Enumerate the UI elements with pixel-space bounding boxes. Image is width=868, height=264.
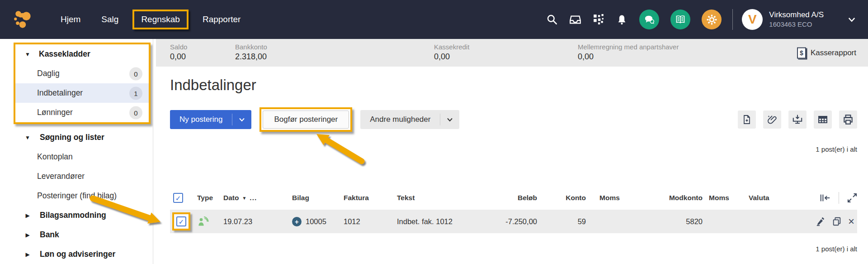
plus-glyph: + [295, 218, 299, 225]
kasserapport-button[interactable]: $ Kasserapport [797, 47, 856, 58]
column-header-belob[interactable]: Beløb [495, 189, 537, 206]
table-row[interactable]: ✓ 19.07.23 + 10005 [170, 210, 857, 233]
column-header-bilag[interactable]: Bilag [288, 189, 342, 206]
column-header-valuta[interactable]: Valuta [742, 189, 784, 206]
sidebar-section-kassekladder[interactable]: ▼ Kassekladder [15, 44, 149, 64]
row-faktura-cell: 1012 [342, 210, 395, 233]
kasserapport-label: Kasserapport [811, 48, 856, 58]
count-badge: 0 [129, 67, 142, 80]
stat-value: 0,00 [434, 52, 469, 62]
column-header-tekst[interactable]: Tekst [395, 189, 495, 206]
column-header-dato[interactable]: Dato ▼ ... [220, 189, 288, 206]
nav-item-regnskab[interactable]: Regnskab [141, 14, 180, 24]
attach-paperclip-icon[interactable] [763, 110, 781, 129]
expand-plus-icon[interactable]: + [292, 217, 302, 226]
import-download-icon[interactable] [788, 110, 807, 129]
avatar-letter: V [748, 12, 757, 27]
chevron-down-icon[interactable] [232, 116, 251, 123]
stat-value: 0,00 [578, 52, 679, 62]
nav-item-rapporter[interactable]: Rapporter [192, 10, 251, 29]
edit-pencil-icon[interactable] [816, 216, 826, 226]
stat-value: 0,00 [170, 52, 187, 62]
row-bilag-cell: + 10005 [288, 210, 342, 233]
sidebar-item-daglig[interactable]: Daglig 0 [15, 64, 149, 83]
main-nav: Hjem Salg Regnskab Rapporter [50, 10, 251, 29]
notifications-bell-icon[interactable] [616, 14, 628, 26]
app-root: Hjem Salg Regnskab Rapporter [0, 0, 868, 264]
row-konto-cell: 59 [537, 210, 586, 233]
delete-x-icon[interactable]: × [848, 216, 854, 227]
visma-logo-icon[interactable] [12, 8, 35, 31]
sort-desc-icon: ▼ [242, 196, 246, 201]
column-header-type[interactable]: Type [192, 189, 220, 206]
stat-bankkonto: Bankkonto 2.318,00 [235, 43, 267, 62]
copy-icon[interactable] [832, 216, 842, 226]
table-view-icon[interactable] [814, 110, 832, 129]
triangle-down-icon: ▼ [24, 134, 31, 141]
company-name: Virksomhed A/S [769, 10, 824, 20]
item-label: Indbetalinger [37, 88, 83, 98]
section-label: Løn og adviseringer [40, 250, 115, 259]
sidebar-section-bilagsanmodning[interactable]: ▶ Bilagsanmodning [0, 206, 153, 225]
dollar-glyph: $ [800, 49, 803, 57]
chevron-down-icon[interactable] [440, 116, 459, 123]
annotation-box-regnskab: Regnskab [132, 10, 189, 29]
nav-item-hjem[interactable]: Hjem [50, 10, 91, 29]
ny-postering-button[interactable]: Ny postering [170, 110, 251, 129]
new-document-icon[interactable] [738, 110, 756, 129]
row-modkonto-cell: 5820 [625, 210, 703, 233]
handbook-icon[interactable] [670, 10, 690, 29]
item-label: Daglig [37, 69, 60, 78]
collapse-columns-icon[interactable] [820, 193, 830, 203]
stat-saldo: Saldo 0,00 [170, 43, 187, 62]
nav-item-salg[interactable]: Salg [91, 10, 129, 29]
column-header-moms-2[interactable]: Moms [703, 189, 742, 206]
annotation-box-row-checkbox: ✓ [172, 212, 190, 230]
page-title: Indbetalinger [170, 77, 868, 94]
sidebar-item-indbetalinger[interactable]: Indbetalinger 1 [15, 83, 149, 103]
top-navigation-bar: Hjem Salg Regnskab Rapporter [0, 0, 868, 39]
row-checkbox[interactable]: ✓ [176, 216, 186, 226]
print-icon[interactable] [839, 110, 857, 129]
chat-support-icon[interactable] [639, 10, 659, 29]
column-header-faktura[interactable]: Faktura [342, 189, 395, 206]
inbox-icon[interactable] [569, 14, 581, 26]
stat-label: Bankkonto [235, 43, 267, 51]
sidebar-section-bank[interactable]: ▶ Bank [0, 225, 153, 245]
section-label: Bilagsanmodning [40, 211, 106, 220]
stat-label: Mellemregning med anpartshaver [578, 43, 679, 51]
more-columns-indicator[interactable]: ... [250, 194, 257, 202]
record-count-bottom: 1 post(er) i alt [153, 245, 857, 253]
account-menu[interactable]: V Virksomhed A/S 1603463 ECO [742, 9, 856, 30]
stat-label: Kassekredit [434, 43, 469, 51]
section-label: Kassekladder [39, 49, 90, 59]
select-all-cell: ✓ [170, 189, 192, 206]
item-label: Kontoplan [37, 152, 73, 162]
sidebar-item-kontoplan[interactable]: Kontoplan [0, 147, 153, 167]
table-toolbar [738, 110, 857, 129]
expand-fullscreen-icon[interactable] [847, 193, 857, 203]
item-label: Leverandører [37, 172, 85, 181]
column-header-konto[interactable]: Konto [537, 189, 586, 206]
sidebar-section-lon-og-adviseringer[interactable]: ▶ Løn og adviseringer [0, 245, 153, 264]
sidebar-section-sogning-og-lister[interactable]: ▼ Søgning og lister [0, 128, 153, 147]
column-header-modkonto[interactable]: Modkonto [625, 189, 703, 206]
bogfor-posteringer-button[interactable]: Bogfør posteringer [263, 110, 349, 129]
chevron-down-icon[interactable] [847, 15, 856, 24]
postings-table: ✓ Type Dato ▼ ... Bilag Faktura Tekst Be… [170, 189, 857, 233]
header-icon-divider [839, 192, 839, 204]
apps-grid-icon[interactable] [593, 14, 604, 25]
customer-payment-icon [197, 216, 209, 228]
settings-gear-icon[interactable] [702, 10, 722, 29]
row-type-cell [192, 210, 220, 233]
search-icon[interactable] [546, 14, 558, 25]
sidebar-item-posteringer-find-bilag[interactable]: Posteringer (find bilag) [0, 186, 153, 206]
triangle-right-icon: ▶ [24, 232, 31, 238]
topbar-divider [732, 9, 733, 30]
sidebar-item-leverandorer[interactable]: Leverandører [0, 167, 153, 186]
row-belob-cell: -7.250,00 [495, 210, 537, 233]
andre-muligheder-button[interactable]: Andre muligheder [360, 110, 459, 129]
sidebar-item-lonninger[interactable]: Lønninger 0 [15, 103, 149, 122]
column-header-moms[interactable]: Moms [586, 189, 625, 206]
select-all-checkbox[interactable]: ✓ [173, 193, 183, 203]
